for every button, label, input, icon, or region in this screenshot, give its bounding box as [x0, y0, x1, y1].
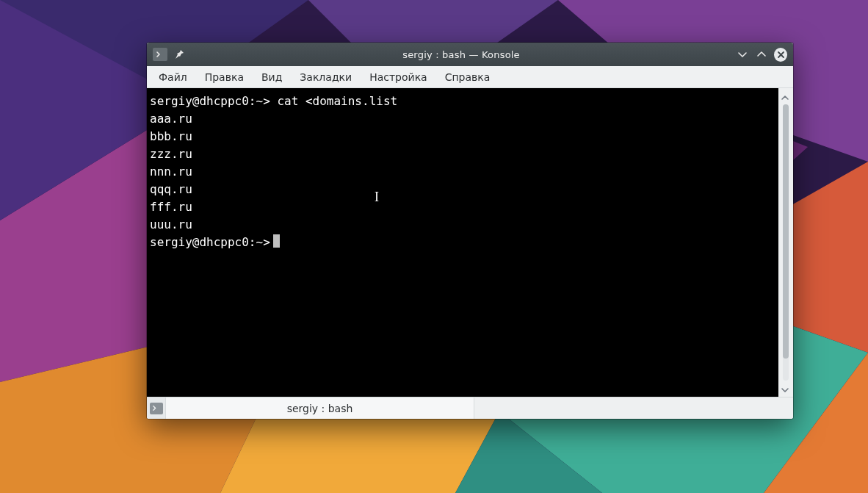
output-line: zzz.ru: [150, 147, 192, 161]
scrollbar-vertical[interactable]: [778, 88, 793, 397]
output-line: nnn.ru: [150, 165, 192, 179]
cursor-icon: [273, 234, 280, 248]
window-title: sergiy : bash — Konsole: [194, 49, 728, 60]
menu-view[interactable]: Вид: [254, 68, 289, 86]
menu-help[interactable]: Справка: [438, 68, 498, 86]
scroll-down-icon[interactable]: [781, 384, 791, 394]
menu-edit[interactable]: Правка: [198, 68, 251, 86]
tab-label: sergiy : bash: [287, 403, 353, 414]
menu-settings[interactable]: Настройка: [362, 68, 435, 86]
output-line: bbb.ru: [150, 129, 192, 143]
titlebar[interactable]: sergiy : bash — Konsole: [147, 43, 793, 66]
close-icon: [774, 48, 787, 62]
terminal-tab-icon: [150, 403, 163, 414]
tab-active[interactable]: sergiy : bash: [166, 397, 474, 419]
prompt: sergiy@dhcppc0:~>: [150, 94, 270, 108]
close-button[interactable]: [774, 48, 787, 61]
menu-file[interactable]: Файл: [151, 68, 195, 86]
scroll-up-icon[interactable]: [781, 91, 791, 101]
scrollbar-thumb[interactable]: [783, 104, 789, 359]
menu-bookmarks[interactable]: Закладки: [292, 68, 359, 86]
pin-icon[interactable]: [173, 48, 187, 61]
command-text: cat <domains.list: [277, 94, 397, 108]
menubar: Файл Правка Вид Закладки Настройка Справ…: [147, 66, 793, 88]
output-line: qqq.ru: [150, 182, 192, 196]
maximize-button[interactable]: [755, 48, 768, 61]
tabbar: sergiy : bash: [147, 397, 793, 419]
text-caret-icon: I: [375, 188, 379, 206]
terminal-container: sergiy@dhcppc0:~> cat <domains.list aaa.…: [147, 88, 793, 397]
scrollbar-track[interactable]: [783, 104, 789, 381]
konsole-window: sergiy : bash — Konsole Файл Правка Вид …: [147, 43, 793, 419]
output-line: uuu.ru: [150, 217, 192, 231]
app-terminal-icon: [153, 48, 167, 61]
new-tab-button[interactable]: [147, 397, 166, 419]
output-line: fff.ru: [150, 200, 192, 214]
terminal-output[interactable]: sergiy@dhcppc0:~> cat <domains.list aaa.…: [147, 88, 778, 397]
minimize-button[interactable]: [736, 48, 749, 61]
prompt: sergiy@dhcppc0:~>: [150, 235, 270, 249]
output-line: aaa.ru: [150, 112, 192, 126]
